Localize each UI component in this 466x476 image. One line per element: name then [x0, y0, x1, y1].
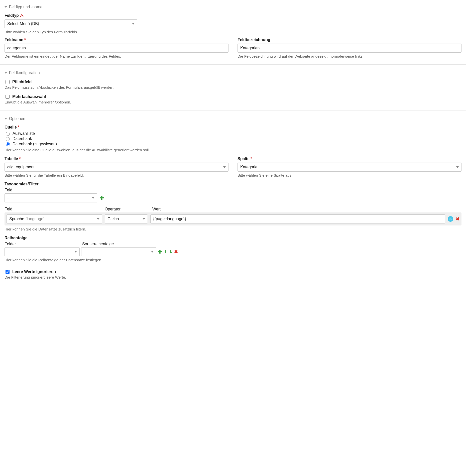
sublabel-filter-wert: Wert	[152, 207, 461, 211]
checkbox-mehrfach[interactable]	[6, 95, 10, 99]
radio-label: Datenbank (zugewiesen)	[13, 142, 57, 146]
required-marker: *	[18, 125, 19, 130]
help-tabelle: Bitte wählen Sie für die Tabelle ein Ein…	[5, 173, 228, 177]
chevron-down-icon	[223, 166, 226, 168]
section-feldtyp-name: Feldtyp und -name Feldtyp Select-Menü (D…	[0, 0, 466, 65]
help-feldbez: Die Feldbezeichnung wird auf der Webseit…	[238, 54, 461, 58]
help-spalte: Bitte wählen Sie eine Spalte aus.	[238, 173, 461, 177]
select-tax-feld[interactable]: -	[5, 193, 97, 202]
warning-icon	[20, 14, 24, 17]
delete-icon[interactable]: ✖	[456, 216, 459, 222]
radio-auswahlliste[interactable]	[6, 132, 10, 136]
chevron-down-icon	[92, 197, 94, 199]
chevron-down-icon	[5, 118, 7, 120]
delete-icon[interactable]: ✖	[174, 249, 178, 255]
move-down-icon[interactable]: ⬇	[169, 249, 173, 255]
chevron-down-icon	[5, 6, 7, 8]
section-header[interactable]: Feldkonfiguration	[5, 71, 461, 75]
sublabel-felder: Felder	[5, 242, 82, 246]
input-feldname[interactable]	[5, 44, 228, 53]
select-order-sort[interactable]: -	[81, 247, 156, 256]
required-marker: *	[24, 38, 26, 42]
help-mehrfach: Erlaubt die Auswahl mehrerer Optionen.	[5, 100, 461, 104]
checkbox-label: Mehrfachauswahl	[12, 94, 46, 99]
input-feldbez[interactable]	[238, 44, 461, 53]
help-feldname: Der Feldname ist ein eindeutiger Name zu…	[5, 54, 228, 58]
field-label-feldtyp: Feldtyp	[5, 13, 137, 18]
section-title: Feldtyp und -name	[9, 5, 42, 9]
section-title: Optionen	[9, 116, 25, 121]
select-order-felder[interactable]: -	[5, 247, 80, 256]
section-feldkonfiguration: Feldkonfiguration Pflichtfeld Das Feld m…	[0, 66, 466, 110]
help-feldtyp: Bitte wählen Sie den Typ des Formularfel…	[5, 30, 137, 34]
checkbox-leere-werte[interactable]	[6, 270, 10, 274]
sublabel-filter-operator: Operator	[105, 207, 152, 211]
sublabel-filter-feld: Feld	[5, 207, 105, 211]
chevron-down-icon	[5, 72, 7, 74]
section-optionen: Optionen Quelle* Auswahlliste Datenbank …	[0, 112, 466, 285]
select-spalte[interactable]: Kategorie	[238, 163, 461, 172]
help-reihenfolge: Hier können Sie die Reihenfolge der Date…	[5, 258, 461, 262]
radio-label: Auswahlliste	[13, 131, 35, 136]
help-tax: Hier können Sie die Datensätze zusätzlic…	[5, 227, 461, 231]
radio-label: Datenbank	[13, 137, 32, 141]
section-header[interactable]: Optionen	[5, 116, 461, 121]
required-marker: *	[251, 157, 252, 161]
or-badge[interactable]: OR	[448, 216, 453, 222]
help-quelle: Hier können Sie eine Quelle auswählen, a…	[5, 148, 461, 152]
chevron-down-icon	[74, 251, 77, 253]
select-filter-feld[interactable]: Sprache[language]	[7, 214, 102, 223]
field-label-taxonomies: Taxonomies/Filter	[5, 182, 461, 186]
add-icon[interactable]: ✚	[100, 195, 104, 201]
field-label-quelle: Quelle*	[5, 125, 461, 130]
radio-datenbank[interactable]	[6, 137, 10, 141]
select-tabelle[interactable]: ctlg_equipment	[5, 163, 228, 172]
field-label-spalte: Spalte*	[238, 157, 461, 161]
help-pflicht: Das Feld muss zum Abschicken des Formula…	[5, 85, 461, 89]
field-label-reihenfolge: Reihenfolge	[5, 236, 461, 240]
chevron-down-icon	[97, 218, 99, 220]
chevron-down-icon	[456, 166, 459, 168]
section-title: Feldkonfiguration	[9, 71, 40, 75]
checkbox-label: Leere Werte ignorieren	[12, 270, 56, 274]
checkbox-pflichtfeld[interactable]	[6, 80, 10, 84]
input-filter-wert[interactable]	[150, 214, 445, 223]
filter-row: Sprache[language] Gleich OR ✖	[5, 212, 461, 225]
help-leere: Die Filterierung ignoriert leere Werte.	[5, 275, 461, 279]
sublabel-sortierreihenfolge: Sortierreihenfolge	[82, 242, 114, 246]
checkbox-label: Pflichtfeld	[12, 80, 32, 84]
field-label-feldbez: Feldbezeichnung	[238, 38, 461, 42]
radio-datenbank-zugewiesen[interactable]	[6, 142, 10, 146]
add-icon[interactable]: ✚	[158, 249, 162, 255]
required-marker: *	[19, 157, 21, 161]
field-label-tabelle: Tabelle*	[5, 157, 228, 161]
sublabel-feld: Feld	[5, 188, 461, 192]
section-header[interactable]: Feldtyp und -name	[5, 5, 461, 9]
chevron-down-icon	[151, 251, 154, 253]
select-feldtyp[interactable]: Select-Menü (DB)	[5, 19, 137, 28]
field-label-feldname: Feldname*	[5, 38, 228, 42]
chevron-down-icon	[132, 23, 135, 25]
select-filter-operator[interactable]: Gleich	[105, 214, 148, 223]
move-up-icon[interactable]: ⬆	[164, 249, 167, 255]
chevron-down-icon	[143, 218, 145, 220]
